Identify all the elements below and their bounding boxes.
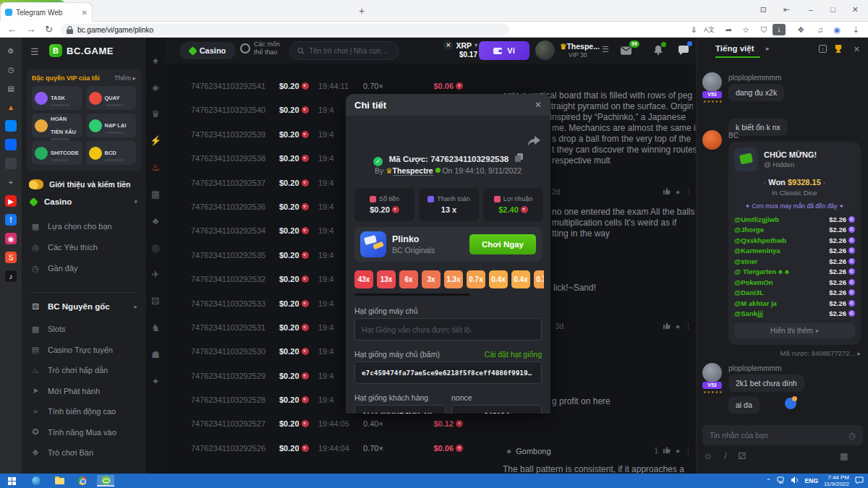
vip-tile[interactable]: HOÀN TIỀN XẤU bbox=[32, 114, 82, 137]
multiplier-chip[interactable]: 43x bbox=[354, 270, 373, 288]
sidebar-app-icon[interactable]: + bbox=[5, 176, 17, 188]
multiplier-chip[interactable]: 3x bbox=[422, 270, 441, 288]
clock[interactable]: 7:44 PM 11/9/2022 bbox=[824, 474, 849, 487]
command-slash-icon[interactable]: / bbox=[724, 451, 726, 461]
volume-icon[interactable] bbox=[791, 476, 799, 485]
downloads-tray-icon[interactable]: ⇣ bbox=[853, 25, 859, 35]
sidebar-app-icon[interactable]: ♪ bbox=[5, 270, 17, 282]
chat-close-icon[interactable]: ✕ bbox=[854, 45, 860, 54]
download-active-icon[interactable]: ↓ bbox=[773, 24, 786, 35]
sidebar-app-icon[interactable]: ◉ bbox=[5, 233, 17, 244]
multiplier-chip[interactable]: 0.4x bbox=[489, 270, 508, 288]
sidebar-app-icon[interactable] bbox=[5, 139, 17, 150]
show-more-button[interactable]: Hiển thị thêm▸ bbox=[734, 323, 855, 338]
multiplier-chip[interactable]: 0.4x bbox=[511, 270, 530, 288]
browser-tab[interactable]: Telegram Web ✕ bbox=[0, 2, 93, 22]
user-avatar[interactable] bbox=[702, 72, 722, 92]
category-icon[interactable]: ⚄ bbox=[151, 296, 159, 307]
wallet-button[interactable]: Ví bbox=[479, 41, 529, 60]
minimize-button[interactable]: – bbox=[809, 5, 813, 14]
sidebar-item[interactable]: ▦ Lựa chọn cho bạn bbox=[30, 220, 137, 233]
sidebar-app-icon[interactable]: S bbox=[5, 252, 17, 263]
sidebar-item[interactable]: ❖ Trò chơi Bàn bbox=[30, 446, 137, 459]
seed-settings-link[interactable]: Cài đặt hạt giống bbox=[485, 350, 542, 359]
rules-info-icon[interactable]: ! bbox=[819, 45, 827, 53]
rain-winner-row[interactable]: @Sankjjj $2.26C bbox=[734, 309, 855, 320]
rain-winner-row[interactable]: @Umtlizgjiwb $2.26C bbox=[734, 214, 855, 225]
commenter-name[interactable]: Gombong bbox=[516, 447, 550, 455]
emoji-picker-icon[interactable]: ☺ bbox=[704, 451, 712, 461]
more-options-icon[interactable]: ⋮ bbox=[684, 187, 693, 197]
rain-winner-row[interactable]: @Jhorge $2.26C bbox=[734, 225, 855, 236]
thumbs-up-icon[interactable] bbox=[663, 321, 671, 332]
copy-icon[interactable] bbox=[515, 153, 523, 162]
sidebar-app-icon[interactable] bbox=[5, 158, 17, 169]
sidebar-item[interactable]: ◷ Gần đây bbox=[30, 262, 137, 275]
category-icon[interactable]: ⚡ bbox=[150, 135, 161, 146]
category-icon[interactable]: ♞ bbox=[151, 322, 160, 333]
vip-tile[interactable]: TASK bbox=[32, 86, 82, 110]
category-icon[interactable]: ◈ bbox=[152, 82, 159, 93]
category-icon[interactable]: ☗ bbox=[151, 349, 160, 360]
share-icon[interactable]: ➦ bbox=[726, 25, 732, 35]
category-icon[interactable]: ✈ bbox=[152, 269, 160, 280]
category-icon[interactable]: ♣ bbox=[153, 215, 159, 226]
username[interactable]: ♛Thespe... bbox=[560, 42, 600, 51]
rain-winner-row[interactable]: @stner $2.26C bbox=[734, 256, 855, 267]
bet-code-link[interactable]: Mã cược: 8408677272... ▸ bbox=[728, 349, 861, 357]
more-options-icon[interactable]: ⋮ bbox=[684, 446, 693, 455]
casino-tab[interactable]: Casino bbox=[179, 42, 236, 59]
back-button[interactable]: ← bbox=[7, 24, 17, 35]
close-button[interactable]: ✕ bbox=[852, 5, 859, 14]
user-avatar[interactable] bbox=[535, 40, 555, 60]
tab-search-icon[interactable]: ⊡ bbox=[760, 5, 767, 14]
vip-tile[interactable]: SHITCODE bbox=[32, 141, 82, 165]
rain-winner-row[interactable]: @ Tiergarten ♣ ♣ $2.26C bbox=[734, 267, 855, 278]
language-indicator[interactable]: ENG bbox=[805, 477, 818, 484]
sidebar-item[interactable]: ≈ Tính biến động cao bbox=[30, 405, 137, 418]
sidebar-item[interactable]: ▤ Casino Trực tuyến bbox=[30, 343, 137, 356]
category-icon[interactable]: ♠ bbox=[153, 55, 158, 66]
extensions-puzzle-icon[interactable]: ❖ bbox=[797, 25, 804, 35]
dice-shortcut-icon[interactable]: ⚂ bbox=[739, 451, 746, 461]
vip-tile[interactable]: NẠP LẠI bbox=[86, 114, 137, 137]
sidebar-app-icon[interactable]: ▲ bbox=[5, 101, 17, 113]
category-icon[interactable]: ♨ bbox=[151, 162, 160, 173]
history-clock-icon[interactable]: ◷ bbox=[848, 431, 856, 440]
start-button[interactable] bbox=[3, 475, 20, 487]
coccoc-taskbar-icon[interactable] bbox=[97, 475, 114, 487]
vip-tile[interactable]: BCD bbox=[86, 141, 137, 165]
profile-avatar-icon[interactable]: ◉ bbox=[833, 25, 841, 35]
maximize-button[interactable]: □ bbox=[830, 5, 835, 14]
sidebar-app-icon[interactable] bbox=[5, 120, 17, 132]
chips-scrollbar[interactable] bbox=[354, 294, 470, 296]
multiplier-chip[interactable]: 13x bbox=[377, 270, 396, 288]
multiplier-chip[interactable]: 1.3x bbox=[444, 270, 463, 288]
sidebar-item[interactable]: ✪ Tính năng Mua vào bbox=[30, 426, 137, 439]
bet-row[interactable]: 74762341103292527 $0.20 19:44:05 0.40× $… bbox=[165, 413, 505, 437]
thumbs-up-icon[interactable] bbox=[663, 445, 671, 456]
client-seed-input[interactable]: AkiA4XKKPJMXeNb bbox=[354, 405, 446, 414]
media-icon[interactable]: ♫ bbox=[817, 25, 823, 35]
emoji-reaction-icon[interactable] bbox=[785, 398, 796, 409]
vip-more-link[interactable]: Thêm ▸ bbox=[114, 74, 136, 82]
save-page-icon[interactable]: ⇓ bbox=[691, 25, 697, 35]
multiplier-chip[interactable]: 6x bbox=[399, 270, 418, 288]
tray-expand-icon[interactable]: ⌃ bbox=[766, 478, 771, 484]
adblock-shield-icon[interactable]: ⛉ bbox=[761, 25, 767, 35]
sidebar-app-icon[interactable]: f bbox=[5, 214, 17, 226]
avatar-dot-icon[interactable]: ● bbox=[676, 447, 680, 455]
sidebar-app-icon[interactable]: ▶ bbox=[5, 195, 17, 207]
play-now-button[interactable]: Chơi Ngay bbox=[469, 234, 536, 254]
bc-logo[interactable]: B BC.GAME bbox=[49, 44, 114, 57]
rain-winner-row[interactable]: @M akhtar ja $2.26C bbox=[734, 298, 855, 309]
sidebar-app-icon[interactable]: ⚙ bbox=[5, 45, 17, 56]
bet-list-icon[interactable]: ☰ bbox=[602, 45, 609, 54]
sidebar-item[interactable]: ♨ Trò chơi hấp dẫn bbox=[30, 364, 137, 377]
modal-close-icon[interactable]: ✕ bbox=[535, 100, 542, 110]
chat-message-input[interactable]: Tin nhắn của bạn ◷ bbox=[702, 425, 863, 445]
bet-row[interactable]: 74762341103292526 $0.20 19:44:04 0.70× $… bbox=[165, 437, 505, 461]
player-link[interactable]: Thespectre bbox=[393, 166, 433, 176]
rain-winner-row[interactable]: @Karmeninya $2.26C bbox=[734, 246, 855, 257]
bell-icon[interactable] bbox=[654, 45, 663, 58]
